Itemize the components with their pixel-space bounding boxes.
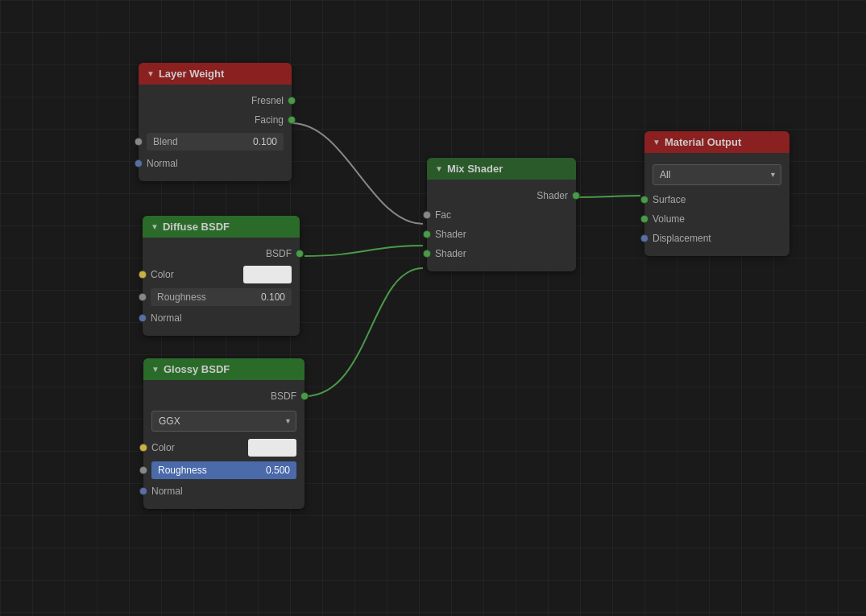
all-dropdown-row: All bbox=[644, 159, 789, 190]
glossy-bsdf-header: ▼ Glossy BSDF bbox=[143, 358, 305, 380]
shader-output-label: Shader bbox=[435, 190, 568, 201]
collapse-arrow-mix[interactable]: ▼ bbox=[435, 164, 443, 173]
shader1-socket[interactable] bbox=[423, 230, 431, 238]
shader1-row: Shader bbox=[427, 225, 576, 244]
shader-output-row: Shader bbox=[427, 186, 576, 205]
color-row-glossy: Color bbox=[143, 436, 305, 459]
displacement-row: Displacement bbox=[644, 229, 789, 248]
normal-label-diffuse: Normal bbox=[151, 312, 292, 324]
bsdf-socket-glossy[interactable] bbox=[300, 392, 309, 400]
collapse-arrow-diffuse[interactable]: ▼ bbox=[151, 222, 159, 231]
material-output-title: Material Output bbox=[665, 136, 741, 148]
color-label-diffuse: Color bbox=[151, 269, 243, 280]
collapse-arrow[interactable]: ▼ bbox=[147, 69, 155, 78]
shader2-label: Shader bbox=[435, 248, 568, 259]
color-row-diffuse: Color bbox=[143, 263, 300, 286]
facing-label: Facing bbox=[147, 114, 284, 126]
color-label-glossy: Color bbox=[151, 442, 248, 453]
fresnel-label: Fresnel bbox=[147, 95, 284, 106]
displacement-label: Displacement bbox=[653, 233, 781, 244]
bsdf-socket-diffuse[interactable] bbox=[296, 250, 304, 258]
shader2-socket[interactable] bbox=[423, 250, 431, 258]
collapse-arrow-glossy[interactable]: ▼ bbox=[151, 365, 160, 374]
roughness-label-glossy: Roughness bbox=[151, 461, 259, 479]
normal-row-glossy: Normal bbox=[143, 482, 305, 501]
blend-socket[interactable] bbox=[135, 138, 143, 146]
fresnel-output-row: Fresnel bbox=[139, 91, 292, 110]
fac-socket[interactable] bbox=[423, 211, 431, 219]
layer-weight-node: ▼ Layer Weight Fresnel Facing Blend 0.10… bbox=[139, 63, 292, 181]
color-socket-glossy[interactable] bbox=[139, 444, 147, 452]
volume-socket[interactable] bbox=[640, 215, 648, 223]
normal-socket[interactable] bbox=[135, 159, 143, 167]
distribution-row: GGX bbox=[143, 406, 305, 436]
volume-label: Volume bbox=[653, 213, 781, 225]
bsdf-output-row-glossy: BSDF bbox=[143, 387, 305, 406]
normal-socket-diffuse[interactable] bbox=[139, 314, 147, 322]
normal-row: Normal bbox=[139, 154, 292, 173]
blend-label-text: Blend bbox=[147, 133, 247, 151]
normal-label-glossy: Normal bbox=[151, 486, 296, 497]
normal-label: Normal bbox=[147, 158, 284, 169]
mix-shader-header: ▼ Mix Shader bbox=[427, 158, 576, 180]
shader-output-socket[interactable] bbox=[572, 192, 580, 200]
fac-label: Fac bbox=[435, 209, 568, 221]
fac-row: Fac bbox=[427, 205, 576, 225]
normal-row-diffuse: Normal bbox=[143, 308, 300, 328]
distribution-dropdown[interactable]: GGX bbox=[151, 411, 296, 432]
roughness-label-diffuse: Roughness bbox=[151, 288, 255, 306]
diffuse-bsdf-title: Diffuse BSDF bbox=[163, 221, 230, 233]
mix-shader-title: Mix Shader bbox=[447, 163, 503, 175]
diffuse-bsdf-node: ▼ Diffuse BSDF BSDF Color Roughness 0.10… bbox=[143, 216, 300, 336]
roughness-value-diffuse[interactable]: 0.100 bbox=[255, 288, 292, 306]
layer-weight-header: ▼ Layer Weight bbox=[139, 63, 292, 85]
normal-socket-glossy[interactable] bbox=[139, 487, 147, 495]
roughness-row-diffuse: Roughness 0.100 bbox=[143, 286, 300, 308]
bsdf-output-row-diffuse: BSDF bbox=[143, 244, 300, 263]
color-socket-diffuse[interactable] bbox=[139, 271, 147, 279]
layer-weight-title: Layer Weight bbox=[159, 68, 224, 80]
color-swatch-glossy[interactable] bbox=[248, 439, 296, 457]
displacement-socket[interactable] bbox=[640, 234, 648, 242]
volume-row: Volume bbox=[644, 209, 789, 229]
material-output-dropdown[interactable]: All bbox=[653, 164, 781, 185]
color-swatch-diffuse[interactable] bbox=[243, 266, 292, 283]
material-output-header: ▼ Material Output bbox=[644, 131, 789, 153]
blend-value[interactable]: 0.100 bbox=[247, 133, 284, 151]
facing-socket[interactable] bbox=[288, 116, 296, 124]
shader2-row: Shader bbox=[427, 244, 576, 263]
facing-output-row: Facing bbox=[139, 110, 292, 130]
bsdf-label-diffuse: BSDF bbox=[151, 248, 292, 259]
roughness-socket-glossy[interactable] bbox=[139, 466, 147, 474]
glossy-bsdf-node: ▼ Glossy BSDF BSDF GGX Color Roughness bbox=[143, 358, 305, 509]
surface-label: Surface bbox=[653, 194, 781, 205]
roughness-socket-diffuse[interactable] bbox=[139, 293, 147, 301]
roughness-row-glossy: Roughness 0.500 bbox=[143, 459, 305, 482]
glossy-bsdf-title: Glossy BSDF bbox=[164, 363, 230, 375]
blend-row: Blend 0.100 bbox=[139, 130, 292, 154]
surface-socket[interactable] bbox=[640, 196, 648, 204]
material-output-node: ▼ Material Output All Surface Volume Dis… bbox=[644, 131, 789, 256]
surface-row: Surface bbox=[644, 190, 789, 209]
diffuse-bsdf-header: ▼ Diffuse BSDF bbox=[143, 216, 300, 238]
bsdf-label-glossy: BSDF bbox=[151, 391, 296, 402]
mix-shader-node: ▼ Mix Shader Shader Fac Shader Shader bbox=[427, 158, 576, 271]
collapse-arrow-matout[interactable]: ▼ bbox=[653, 138, 661, 147]
fresnel-socket[interactable] bbox=[288, 97, 296, 105]
shader1-label: Shader bbox=[435, 229, 568, 240]
roughness-value-glossy[interactable]: 0.500 bbox=[259, 461, 296, 479]
